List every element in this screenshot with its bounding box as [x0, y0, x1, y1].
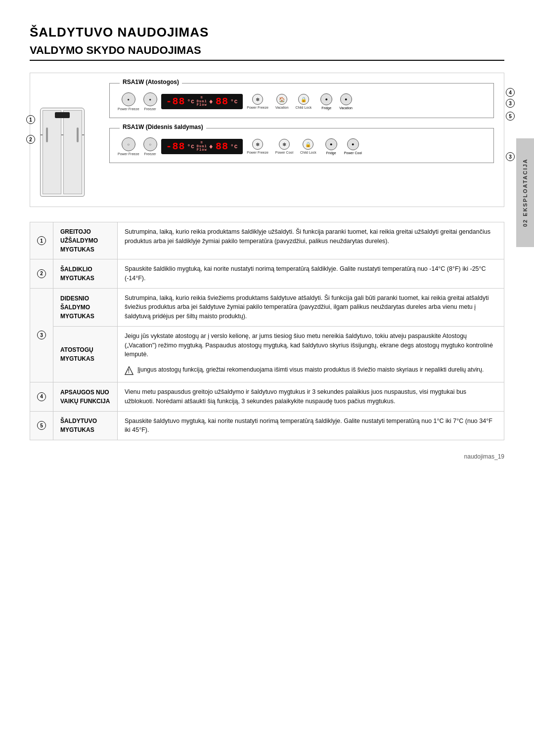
- power-freeze-icon-1[interactable]: ❄: [252, 94, 263, 105]
- main-title: ŠALDYTUVO NAUDOJIMAS: [30, 25, 504, 40]
- table-row: 4 APSAUGOS NUOVAIKŲ FUNKCIJA Vienu metu …: [30, 382, 504, 412]
- row5-label: ŠALDYTUVOMYGTUKAS: [53, 411, 118, 440]
- panel-rsa1w-didesnis: RSA1W (Didesnis šaldymas) ○ Power Freeze…: [109, 128, 494, 163]
- table-row: ATOSTOGŲMYGTUKAS Jeigu jūs vykstate atos…: [30, 326, 504, 382]
- row2-desc: Spauskite šaldiklio mygtuką, kai norite …: [118, 259, 504, 289]
- callout-5: 5: [506, 112, 515, 121]
- table-row: 3 DIDESNIOŠALDYMOMYGTUKAS Sutrumpina, la…: [30, 288, 504, 326]
- fridge-btn-2[interactable]: ●: [325, 138, 337, 150]
- warning-icon: !: [125, 366, 134, 375]
- page-footer: naudojimas_19: [464, 453, 504, 460]
- row1-desc: Sutrumpina, laiką, kurio reikia produkta…: [118, 222, 504, 259]
- warning-text: Įjungus atostogų funkciją, griežtai reko…: [137, 365, 484, 375]
- row3a-desc: Sutrumpina, laiką, kurio reikia šviežiem…: [118, 288, 504, 326]
- row3-num: 3: [37, 331, 46, 339]
- svg-text:!: !: [128, 369, 130, 374]
- powercool-btn-2[interactable]: ●: [347, 138, 359, 150]
- display-panel2: -88 °C ≋ Dual Flow ♦ 88 °C: [161, 139, 243, 154]
- diagram-area: 1 2 RSA1W (Atostogos) ● Power Freeze ● F…: [30, 73, 504, 207]
- row2-label: ŠALDIKLIOMYGTUKAS: [53, 259, 118, 289]
- table-row: 1 GREITOJOUŽŠALDYMOMYGTUKAS Sutrumpina, …: [30, 222, 504, 259]
- row3b-desc: Jeigu jūs vykstate atostogų ar į verslo …: [118, 326, 504, 382]
- fridge-btn-1[interactable]: ●: [320, 93, 332, 105]
- vacation-icon-1[interactable]: 🏠: [276, 94, 287, 105]
- row2-num: 2: [37, 269, 46, 278]
- side-tab: 02 EKSPLOATACIJA: [516, 138, 534, 247]
- callout-1: 1: [26, 115, 35, 124]
- row1-num: 1: [37, 236, 46, 245]
- power-freeze-icon-2[interactable]: ❄: [252, 139, 263, 150]
- callout-2: 2: [26, 135, 35, 144]
- row3b-label: ATOSTOGŲMYGTUKAS: [53, 326, 118, 382]
- row4-num: 4: [37, 392, 46, 401]
- display-panel1: -88 °C ≋ Dual Flow ♦ 88 °C: [161, 94, 243, 109]
- row3a-label: DIDESNIOŠALDYMOMYGTUKAS: [53, 288, 118, 326]
- panel-rsa1w-atostogos: RSA1W (Atostogos) ● Power Freeze ● Freez…: [109, 83, 494, 118]
- childlock-icon-2[interactable]: 🔒: [303, 139, 313, 150]
- row5-desc: Spauskite šaldytuvo mygtuką, kai norite …: [118, 411, 504, 440]
- row1-label: GREITOJOUŽŠALDYMOMYGTUKAS: [53, 222, 118, 259]
- info-table: 1 GREITOJOUŽŠALDYMOMYGTUKAS Sutrumpina, …: [30, 222, 504, 440]
- row5-num: 5: [37, 421, 46, 430]
- callout-3a: 3: [506, 99, 515, 108]
- row4-label: APSAUGOS NUOVAIKŲ FUNKCIJA: [53, 382, 118, 412]
- childlock-icon-1[interactable]: 🔒: [298, 94, 309, 105]
- panel2-label: RSA1W (Didesnis šaldymas): [120, 124, 206, 130]
- freezer-btn-2[interactable]: ○: [143, 137, 157, 151]
- power-freeze-btn-1[interactable]: ●: [122, 92, 135, 106]
- freezer-btn-1[interactable]: ●: [143, 92, 157, 106]
- powercool-icon-2[interactable]: ❄: [279, 139, 290, 150]
- vacation-btn-1[interactable]: ●: [340, 93, 352, 105]
- table-row: 5 ŠALDYTUVOMYGTUKAS Spauskite šaldytuvo …: [30, 411, 504, 440]
- fridge-illustration: [40, 108, 85, 197]
- table-row: 2 ŠALDIKLIOMYGTUKAS Spauskite šaldiklio …: [30, 259, 504, 289]
- panel1-label: RSA1W (Atostogos): [120, 79, 182, 85]
- row4-desc: Vienu metu paspausdus greitojo užšaldymo…: [118, 382, 504, 412]
- callout-3b: 3: [506, 152, 515, 161]
- callout-4: 4: [506, 88, 515, 97]
- power-freeze-btn-2[interactable]: ○: [122, 137, 135, 151]
- section-title: VALDYMO SKYDO NAUDOJIMAS: [30, 44, 504, 61]
